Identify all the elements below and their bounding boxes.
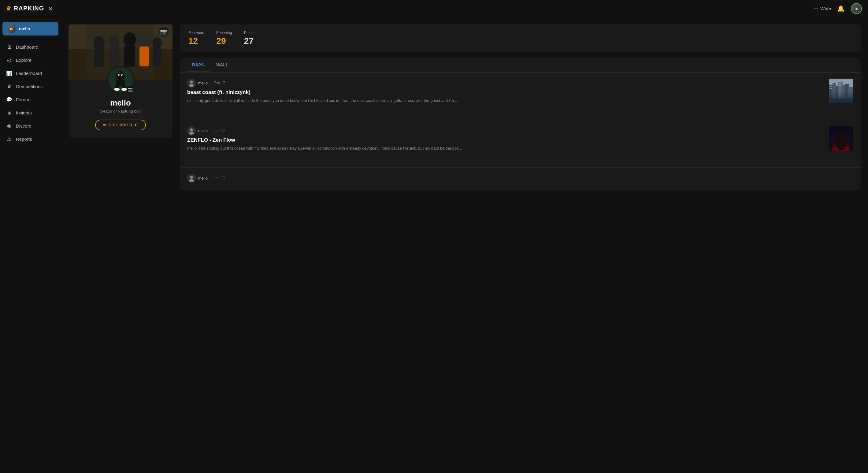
sidebar-item-label: Reports bbox=[16, 137, 32, 142]
feed-date: Jan 29 bbox=[214, 176, 224, 180]
brand-logo[interactable]: ♛ RAPKING ⊙ bbox=[6, 5, 53, 12]
dashboard-icon: ⊞ bbox=[6, 44, 12, 50]
write-label: Write bbox=[820, 6, 831, 11]
banner-camera-icon[interactable]: 📷 bbox=[159, 27, 169, 37]
sidebar-item-label: Dashboard bbox=[16, 45, 38, 50]
svg-point-51 bbox=[837, 134, 845, 141]
bell-icon[interactable]: 🔔 bbox=[837, 5, 845, 12]
edit-profile-button[interactable]: ✏ EDIT PROFILE bbox=[95, 120, 146, 130]
profile-name: mello bbox=[74, 98, 166, 108]
user-avatar-nav[interactable]: m bbox=[851, 3, 862, 14]
leaderboard-icon: 📊 bbox=[6, 70, 12, 76]
feed-item: mello · Jan 29 bbox=[180, 168, 861, 190]
points-label: Points bbox=[244, 31, 254, 35]
brand-name: RAPKING bbox=[14, 5, 44, 12]
reports-icon: ⚠ bbox=[6, 136, 12, 142]
write-button[interactable]: ✏ Write bbox=[814, 6, 831, 11]
feed-more-button[interactable]: ··· bbox=[187, 108, 194, 114]
svg-point-14 bbox=[116, 71, 125, 81]
svg-rect-12 bbox=[153, 48, 161, 66]
svg-rect-4 bbox=[94, 48, 104, 67]
sidebar-item-label: Competitions bbox=[16, 84, 43, 89]
following-value: 29 bbox=[216, 36, 232, 46]
sidebar-user[interactable]: m mello bbox=[2, 22, 58, 35]
stat-following: Following 29 bbox=[216, 31, 232, 46]
feed-avatar bbox=[187, 126, 196, 135]
sidebar-item-competitions[interactable]: ♛ Competitions bbox=[0, 80, 61, 93]
svg-rect-34 bbox=[845, 84, 849, 103]
tab-raps[interactable]: RAPS bbox=[186, 58, 210, 72]
feed-meta: mello · Feb 17 bbox=[187, 79, 824, 87]
svg-rect-39 bbox=[831, 88, 832, 89]
feed-item: mello · Jan 29 ZENFLO - Zen Flow mello: … bbox=[180, 120, 861, 168]
stats-row: Followers 12 Following 29 Points 27 bbox=[180, 25, 861, 52]
svg-point-9 bbox=[139, 35, 150, 48]
insights-icon: ◈ bbox=[6, 110, 12, 116]
tab-wall[interactable]: WALL bbox=[210, 58, 235, 72]
tabs-bar: RAPS WALL bbox=[180, 58, 861, 72]
feed: mello · Feb 17 beast coast (ft. ninizzyn… bbox=[180, 72, 861, 190]
feed-avatar bbox=[187, 174, 196, 182]
feed-thumbnail[interactable] bbox=[829, 79, 853, 103]
right-panel: Followers 12 Following 29 Points 27 RAPS… bbox=[180, 25, 861, 466]
feed-meta: mello · Jan 29 bbox=[187, 126, 824, 135]
svg-rect-49 bbox=[829, 126, 853, 151]
feed-title[interactable]: beast coast (ft. ninizzynk) bbox=[187, 89, 824, 96]
sidebar-username: mello bbox=[19, 26, 30, 31]
edit-icon: ✏ bbox=[103, 123, 107, 127]
forum-icon: 💬 bbox=[6, 97, 12, 102]
svg-rect-40 bbox=[839, 83, 840, 84]
profile-card: 📷 bbox=[68, 25, 173, 138]
sidebar-item-discord[interactable]: ◉ Discord bbox=[0, 119, 61, 132]
svg-rect-37 bbox=[831, 86, 832, 87]
feed-author: mello bbox=[198, 128, 208, 133]
sidebar: m mello ⊞ Dashboard ◎ Explore 📊 Leaderbo… bbox=[0, 17, 61, 473]
feed-author: mello bbox=[198, 176, 208, 180]
feed-item-content: mello · Jan 29 ZENFLO - Zen Flow mello: … bbox=[187, 126, 824, 161]
feed-avatar bbox=[187, 79, 196, 87]
discord-icon: ◉ bbox=[6, 123, 12, 129]
svg-point-5 bbox=[110, 35, 119, 48]
feed-actions: ··· bbox=[187, 108, 824, 114]
stat-followers: Followers 12 bbox=[188, 31, 204, 46]
sidebar-item-leaderboard[interactable]: 📊 Leaderboard bbox=[0, 67, 61, 80]
followers-value: 12 bbox=[188, 36, 204, 46]
feed-item-content: mello · Jan 29 bbox=[187, 174, 853, 184]
following-label: Following bbox=[216, 31, 232, 35]
profile-avatar-camera-icon[interactable]: 📷 bbox=[127, 86, 134, 93]
stat-points: Points 27 bbox=[244, 31, 254, 46]
svg-point-3 bbox=[94, 36, 104, 50]
svg-point-52 bbox=[837, 132, 845, 138]
feed-title[interactable]: ZENFLO - Zen Flow bbox=[187, 137, 824, 144]
profile-avatar-wrap: 📷 bbox=[107, 66, 134, 93]
feed-more-button[interactable]: ··· bbox=[187, 155, 194, 161]
sidebar-item-dashboard[interactable]: ⊞ Dashboard bbox=[0, 40, 61, 54]
avatar-text: m bbox=[855, 6, 858, 11]
followers-label: Followers bbox=[188, 31, 204, 35]
crown-icon: ♛ bbox=[6, 5, 11, 12]
svg-point-18 bbox=[122, 75, 123, 76]
sidebar-item-explore[interactable]: ◎ Explore bbox=[0, 54, 61, 67]
svg-point-54 bbox=[190, 176, 193, 179]
feed-date: Jan 29 bbox=[214, 128, 224, 133]
sidebar-item-reports[interactable]: ⚠ Reports bbox=[0, 132, 61, 146]
sidebar-user-avatar: m bbox=[7, 25, 16, 33]
feed-author: mello bbox=[198, 81, 208, 85]
feed-dot: · bbox=[210, 176, 211, 180]
sidebar-avatar-text: m bbox=[10, 27, 13, 31]
svg-rect-38 bbox=[830, 88, 830, 89]
svg-rect-44 bbox=[829, 98, 853, 103]
svg-rect-43 bbox=[840, 85, 841, 86]
feed-item-content: mello · Feb 17 beast coast (ft. ninizzyn… bbox=[187, 79, 824, 114]
svg-rect-8 bbox=[124, 46, 135, 67]
sidebar-item-insights[interactable]: ◈ Insights bbox=[0, 106, 61, 119]
main-content: 📷 bbox=[61, 17, 868, 473]
feed-actions: ··· bbox=[187, 155, 824, 161]
topnav: ♛ RAPKING ⊙ ✏ Write 🔔 m bbox=[0, 0, 868, 17]
svg-point-22 bbox=[114, 88, 120, 91]
sidebar-item-label: Explore bbox=[16, 58, 31, 63]
topnav-actions: ✏ Write 🔔 m bbox=[814, 3, 862, 14]
feed-thumbnail[interactable] bbox=[829, 126, 853, 151]
sidebar-item-forum[interactable]: 💬 Forum bbox=[0, 93, 61, 106]
svg-rect-29 bbox=[829, 85, 833, 103]
